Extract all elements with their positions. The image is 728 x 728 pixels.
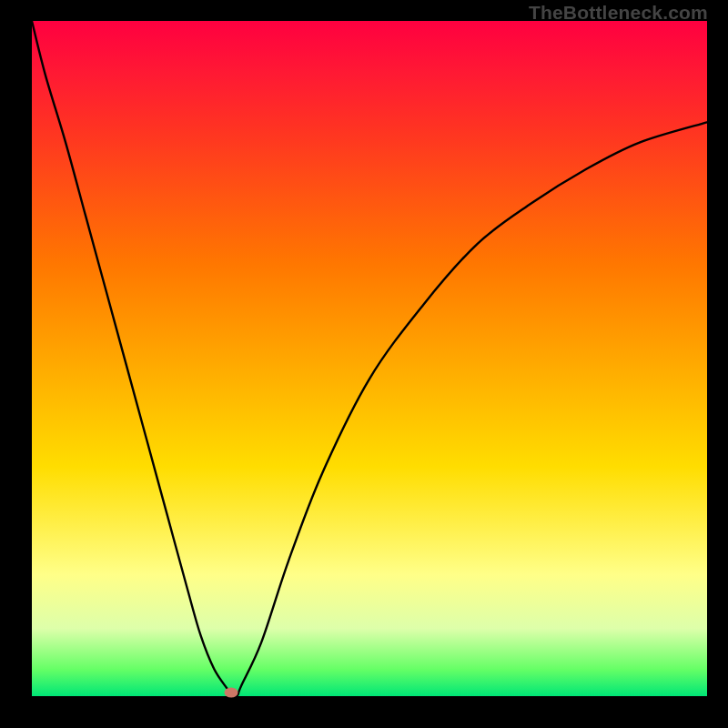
chart-container: TheBottleneck.com (0, 0, 728, 728)
bottleneck-curve (32, 21, 707, 696)
curve-layer (32, 21, 707, 696)
minimum-marker (224, 688, 238, 698)
watermark-text: TheBottleneck.com (529, 2, 708, 24)
